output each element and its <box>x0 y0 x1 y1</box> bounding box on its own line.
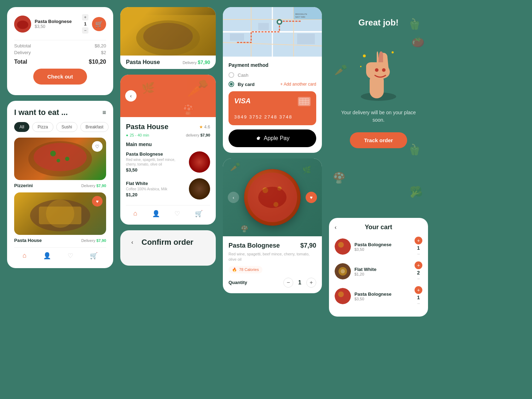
svg-text:NAVY YARD: NAVY YARD <box>295 16 305 18</box>
deco-pepper-icon: 🫑 <box>408 18 421 30</box>
food-fav-button[interactable]: ♥ <box>306 192 317 203</box>
svg-point-1 <box>17 21 28 29</box>
food-prev-button[interactable]: ‹ <box>228 192 239 203</box>
qty-number: 1 <box>84 21 86 27</box>
svg-point-9 <box>46 200 74 228</box>
cart-summary-card: Pasta Bolognese $3,50 + 1 − 🛒 Subtotal $… <box>7 7 113 95</box>
nav-heart-icon[interactable]: ♡ <box>68 252 73 260</box>
svg-point-45 <box>392 51 394 53</box>
svg-point-6 <box>57 159 60 162</box>
cart-qty-plus-2[interactable]: + <box>415 261 422 269</box>
qty-plus-btn[interactable]: + <box>306 278 316 288</box>
cart-food-img-1 <box>335 238 351 255</box>
delivery-cost: delivery $7,90 <box>186 133 210 137</box>
your-cart-title-text: Your cart <box>365 224 392 231</box>
restaurant-item-1[interactable]: ♡ Pizzerini Delivery $7,90 <box>14 138 106 188</box>
menu-item-2[interactable]: Flat White Coffee 100% Arabica, Milk $1,… <box>126 178 210 200</box>
pasta-preview-name: Pasta House <box>126 59 160 65</box>
filter-pizza[interactable]: Pizza <box>32 122 53 132</box>
your-cart-card: ‹ Your cart Pasta Bolognese $3,50 + 1 − <box>329 218 428 317</box>
eat-title: I want to eat ... ≡ <box>14 108 106 117</box>
cart-qty-num-3: 1 <box>417 295 420 300</box>
menu-nav-heart[interactable]: ♡ <box>174 210 180 218</box>
qty-increase-btn[interactable]: + <box>82 14 88 21</box>
food-plate <box>244 169 301 226</box>
column-2: Pasta House Delivery $7,90 🥕 🌿 🍄 ‹ Pasta… <box>120 7 216 266</box>
eat-title-text: I want to eat ... <box>14 108 68 117</box>
pasta-preview-delivery: Delivery $7,90 <box>183 59 210 65</box>
cart-action-btn[interactable]: 🛒 <box>92 17 106 31</box>
svg-point-21 <box>278 21 281 23</box>
menu-icon[interactable]: ≡ <box>102 109 106 116</box>
svg-rect-22 <box>230 34 244 41</box>
restaurant-1-namerow: Pizzerini Delivery $7,90 <box>14 183 106 188</box>
nav-profile-icon[interactable]: 👤 <box>43 252 51 260</box>
qty-minus-btn[interactable]: − <box>283 278 293 288</box>
cart-qty-minus-3[interactable]: − <box>417 301 420 306</box>
eat-card: I want to eat ... ≡ All Pizza Sushi Brea… <box>7 101 113 268</box>
calorie-badge: 🔥 78 Calories <box>229 266 262 273</box>
cart-qty-minus-2[interactable]: − <box>417 276 420 281</box>
confirm-back-button[interactable]: ‹ <box>127 237 137 247</box>
nav-home-icon[interactable]: ⌂ <box>23 252 27 260</box>
cart-item-name: Pasta Bolognese <box>35 19 79 24</box>
track-order-button[interactable]: Track order <box>350 132 407 148</box>
rating-value: 4.6 <box>204 125 210 129</box>
apple-pay-button[interactable]: Apple Pay <box>229 129 316 147</box>
restaurant-title-row: Pasta House ★ 4.6 <box>126 123 210 131</box>
cart-food-img-3 <box>335 288 351 304</box>
filter-sushi[interactable]: Sushi <box>56 122 77 132</box>
cart-food-price-3: $3,50 <box>354 297 411 301</box>
svg-rect-24 <box>297 34 315 44</box>
cash-radio[interactable] <box>229 72 234 78</box>
info-row: ● 25 - 40 min delivery $7,90 <box>126 133 210 137</box>
menu-item-1-info: Pasta Bolognese Red wine, spagetti, beef… <box>126 151 185 173</box>
restaurant-item-2[interactable]: ♥ Pasta House Delivery $7,90 <box>14 192 106 243</box>
great-job-title-text: Great job! <box>358 18 398 28</box>
svg-point-44 <box>363 54 366 57</box>
cart-food-item-2: Flat White $1,20 + 2 − <box>335 261 422 281</box>
svg-point-46 <box>360 66 362 67</box>
filter-breakfast[interactable]: Breakfast <box>80 122 109 132</box>
menu-item-1-image <box>189 151 210 173</box>
food-detail-price: $7,90 <box>300 242 316 249</box>
pasta-preview-card: Pasta House Delivery $7,90 <box>120 7 216 69</box>
quantity-controls: + 1 − <box>82 14 88 34</box>
restaurant-1-delivery: Delivery $7,90 <box>81 184 106 188</box>
cart-qty-plus-3[interactable]: + <box>415 286 422 294</box>
menu-item-1[interactable]: Pasta Bolognese Red wine, spagetti, beef… <box>126 151 210 173</box>
restaurant-title-text: Pasta House <box>126 123 168 131</box>
flame-icon: 🔥 <box>232 267 237 272</box>
qty-decrease-btn[interactable]: − <box>82 27 88 34</box>
deco-pepper2-icon: 🫑 <box>408 143 421 156</box>
add-card-button[interactable]: + Add another card <box>280 82 316 87</box>
quantity-row: Quantity − 1 + <box>229 278 316 288</box>
menu-nav-home[interactable]: ⌂ <box>133 210 137 218</box>
filter-all[interactable]: All <box>14 122 29 132</box>
cart-qty-minus-1[interactable]: − <box>417 251 420 256</box>
cart-qty-num-1: 1 <box>417 245 420 251</box>
cart-qty-plus-1[interactable]: + <box>415 237 422 244</box>
quantity-label: Quantity <box>229 280 247 285</box>
nav-cart-icon[interactable]: 🛒 <box>90 252 98 260</box>
food-detail-body: Pasta Bolognese $7,90 Red wine, spagetti… <box>223 236 322 293</box>
payment-option-card[interactable]: By card + Add another card <box>229 81 316 87</box>
menu-nav-profile[interactable]: 👤 <box>152 210 160 218</box>
food-detail-card: 🥕 🌿 🍄 ‹ <box>223 158 322 293</box>
food-detail-name-text: Pasta Bolognese <box>229 242 280 249</box>
payment-title-text: Payment method <box>229 62 316 68</box>
card-radio[interactable] <box>229 81 234 87</box>
menu-card: 🥕 🌿 🍄 ‹ Pasta House ★ 4.6 ● <box>120 75 216 225</box>
chip-icon <box>298 97 311 106</box>
your-cart-back-button[interactable]: ‹ <box>335 224 336 231</box>
cart-item-price: $3,50 <box>35 24 79 29</box>
checkout-button[interactable]: Check out <box>33 69 87 85</box>
menu-nav-cart[interactable]: 🛒 <box>195 210 203 218</box>
svg-point-4 <box>50 151 56 156</box>
payment-option-cash[interactable]: Cash <box>229 72 316 78</box>
menu-back-button[interactable]: ‹ <box>125 90 137 102</box>
star-icon: ★ <box>199 125 203 129</box>
great-job-card: 🫑 🍅 🍄 🥦 🥕 🫑 Great job! <box>329 7 428 212</box>
menu-item-2-info: Flat White Coffee 100% Arabica, Milk $1,… <box>126 181 185 197</box>
restaurant-1-image: ♡ <box>14 138 106 180</box>
